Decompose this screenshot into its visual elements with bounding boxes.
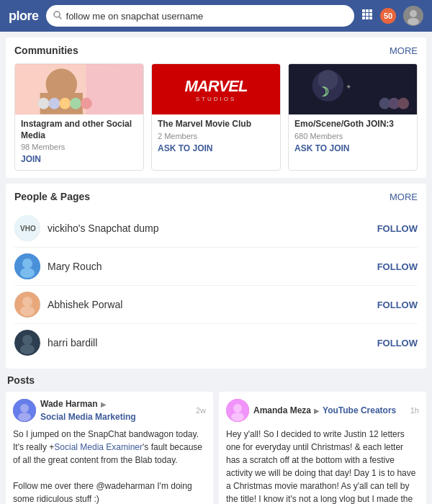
search-bar[interactable] <box>46 5 354 27</box>
search-icon <box>53 11 62 22</box>
communities-grid: Instagram and other Social Media 98 Memb… <box>14 63 418 171</box>
post-body-1: Hey y'all! So I decided to write Justin … <box>226 428 419 504</box>
svg-rect-10 <box>369 17 372 19</box>
people-section: People & Pages MORE VHO vickiho's Snapch… <box>6 184 426 369</box>
communities-section: Communities MORE Instagram and ot <box>6 37 426 178</box>
community-image-2: MARVEL STUDIOS <box>152 64 280 114</box>
community-info-3: Emo/Scene/Goth JOIN:3 680 Members ASK TO… <box>289 114 417 159</box>
post-time-1: 1h <box>410 406 419 415</box>
community-image-3: ☽ ✦ <box>289 64 417 114</box>
svg-point-18 <box>48 98 60 109</box>
svg-point-42 <box>20 404 29 413</box>
community-card-2[interactable]: MARVEL STUDIOS The Marvel Movie Club 2 M… <box>151 63 281 171</box>
communities-more-link[interactable]: MORE <box>390 45 418 56</box>
communities-title: Communities <box>14 45 78 56</box>
svg-point-12 <box>408 18 419 25</box>
notification-badge[interactable]: 50 <box>380 8 396 24</box>
svg-point-43 <box>18 413 31 421</box>
app-logo: plore <box>9 9 39 24</box>
person-row-0: VHO vickiho's Snapchat dump FOLLOW <box>14 210 418 248</box>
svg-point-20 <box>70 98 81 109</box>
people-more-link[interactable]: MORE <box>390 192 418 202</box>
svg-point-19 <box>59 98 71 109</box>
svg-point-40 <box>20 344 35 354</box>
follow-button-2[interactable]: FOLLOW <box>377 300 418 310</box>
svg-point-46 <box>231 413 244 421</box>
community-name-2: The Marvel Movie Club <box>158 119 274 130</box>
community-info-2: The Marvel Movie Club 2 Members ASK TO J… <box>152 114 280 159</box>
svg-rect-8 <box>362 17 365 19</box>
follow-button-3[interactable]: FOLLOW <box>377 338 418 348</box>
person-avatar-2 <box>14 292 40 318</box>
grid-icon[interactable] <box>361 9 373 23</box>
community-name-1: Instagram and other Social Media <box>21 119 138 141</box>
post-group-0[interactable]: Social Media Marketing <box>40 412 136 422</box>
post-author-row-0: Wade Harman ▶ Social Media Marketing <box>40 399 192 422</box>
user-avatar[interactable] <box>403 6 423 26</box>
post-author-0: Wade Harman <box>40 399 98 409</box>
svg-point-34 <box>20 268 35 278</box>
svg-point-11 <box>410 10 417 17</box>
search-input[interactable] <box>66 11 347 22</box>
post-author-row-1: Amanda Meza ▶ YouTube Creators <box>253 405 406 415</box>
svg-rect-9 <box>366 17 369 19</box>
post-arrow-0: ▶ <box>101 400 107 408</box>
person-avatar-3 <box>14 330 40 356</box>
svg-point-17 <box>38 98 50 109</box>
community-card-1[interactable]: Instagram and other Social Media 98 Memb… <box>14 63 144 171</box>
person-name-1: Mary Rouch <box>48 261 377 272</box>
posts-grid: Wade Harman ▶ Social Media Marketing 2w … <box>6 392 426 504</box>
svg-rect-3 <box>366 9 369 12</box>
svg-point-36 <box>22 297 32 307</box>
svg-text:☽: ☽ <box>318 85 329 99</box>
svg-point-33 <box>22 258 32 269</box>
post-meta-0: Wade Harman ▶ Social Media Marketing <box>40 399 192 422</box>
person-row-1: Mary Rouch FOLLOW <box>14 248 418 286</box>
svg-point-37 <box>20 306 35 316</box>
community-info-1: Instagram and other Social Media 98 Memb… <box>15 114 143 170</box>
svg-rect-6 <box>366 13 369 16</box>
community-name-3: Emo/Scene/Goth JOIN:3 <box>294 119 411 130</box>
svg-rect-2 <box>362 9 365 12</box>
community-members-3: 680 Members <box>294 132 411 140</box>
header-icons: 50 <box>361 6 423 26</box>
people-title: People & Pages <box>14 191 90 202</box>
svg-text:VHO: VHO <box>20 225 36 233</box>
svg-text:✦: ✦ <box>346 83 351 91</box>
svg-point-21 <box>81 98 92 109</box>
person-avatar-1 <box>14 253 40 279</box>
post-time-0: 2w <box>196 406 206 415</box>
communities-header: Communities MORE <box>14 45 418 56</box>
post-header-1: Amanda Meza ▶ YouTube Creators 1h <box>226 399 419 422</box>
svg-rect-4 <box>369 9 372 12</box>
svg-point-29 <box>397 98 409 109</box>
community-card-3[interactable]: ☽ ✦ Emo/Scene/Goth JOIN:3 680 Members AS… <box>288 63 418 171</box>
community-action-3[interactable]: ASK TO JOIN <box>294 143 411 153</box>
post-card-0: Wade Harman ▶ Social Media Marketing 2w … <box>6 392 213 504</box>
follow-button-1[interactable]: FOLLOW <box>377 261 418 272</box>
people-header: People & Pages MORE <box>14 191 418 202</box>
posts-section: Posts Wade Harman ▶ Social Media Marketi… <box>6 374 426 504</box>
post-meta-1: Amanda Meza ▶ YouTube Creators <box>253 405 406 415</box>
svg-line-1 <box>59 17 61 19</box>
post-avatar-0 <box>13 399 36 422</box>
person-name-3: harri bardill <box>48 337 377 348</box>
person-name-2: Abhishek Porwal <box>48 299 377 310</box>
community-members-1: 98 Members <box>21 143 138 151</box>
person-avatar-0: VHO <box>14 215 40 241</box>
community-image-1 <box>15 64 143 114</box>
svg-point-39 <box>22 335 32 345</box>
community-action-1[interactable]: JOIN <box>21 154 138 164</box>
community-members-2: 2 Members <box>158 132 274 140</box>
post-card-1: Amanda Meza ▶ YouTube Creators 1h Hey y'… <box>219 392 426 504</box>
post-link-0[interactable]: Social Media Examiner <box>54 442 143 452</box>
post-author-1: Amanda Meza <box>253 405 311 415</box>
post-group-1[interactable]: YouTube Creators <box>323 405 396 415</box>
people-list: VHO vickiho's Snapchat dump FOLLOW Mary … <box>14 210 418 361</box>
community-action-2[interactable]: ASK TO JOIN <box>158 143 274 153</box>
svg-point-45 <box>233 404 242 413</box>
svg-rect-7 <box>369 13 372 16</box>
posts-title: Posts <box>6 374 426 386</box>
follow-button-0[interactable]: FOLLOW <box>377 223 418 234</box>
app-header: plore 50 <box>0 0 432 32</box>
